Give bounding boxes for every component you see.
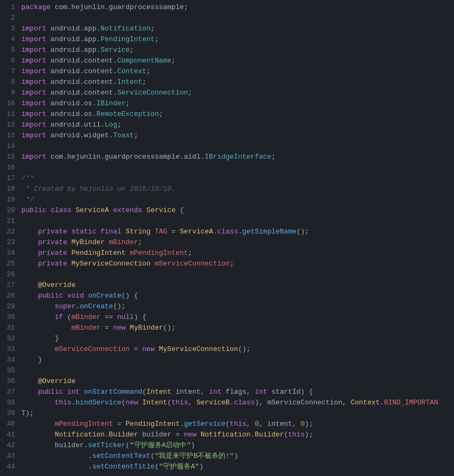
- line-content: private PendingIntent mPendingIntent;: [21, 248, 454, 259]
- line-content: .setContentTitle("守护服务A"): [21, 462, 454, 472]
- line-number: 11: [0, 109, 21, 120]
- line-number: 32: [0, 333, 21, 344]
- line-number: 29: [0, 301, 21, 312]
- line-content: * Created by hejunlin on 2016/10/10.: [21, 184, 454, 194]
- code-line: 25 private MyServiceConnection mServiceC…: [0, 259, 454, 269]
- line-content: import android.content.ComponentName;: [21, 56, 454, 66]
- line-number: 22: [0, 227, 21, 237]
- line-number: 15: [0, 152, 21, 162]
- line-content: private MyBinder mBinder;: [21, 237, 454, 248]
- line-content: public class ServiceA extends Service {: [21, 205, 454, 216]
- line-content: [21, 269, 454, 280]
- line-number: 1: [0, 2, 21, 13]
- line-number: 5: [0, 45, 21, 56]
- code-line: 15import com.hejunlin.guardprocesssample…: [0, 152, 454, 162]
- line-number: 8: [0, 77, 21, 88]
- line-number: 13: [0, 130, 21, 141]
- line-number: 19: [0, 194, 21, 205]
- code-line: 40 mPendingIntent = PendingIntent.getSer…: [0, 419, 454, 430]
- code-line: 17/**: [0, 173, 454, 184]
- line-content: import android.content.Context;: [21, 66, 454, 77]
- line-number: 3: [0, 24, 21, 34]
- code-line: 29 super.onCreate();: [0, 301, 454, 312]
- line-content: import android.widget.Toast;: [21, 130, 454, 141]
- code-line: 7import android.content.Context;: [0, 66, 454, 77]
- code-line: 36 @Override: [0, 376, 454, 387]
- line-content: /**: [21, 173, 454, 184]
- line-content: import android.content.Intent;: [21, 77, 454, 88]
- line-content: [21, 13, 454, 24]
- line-content: }: [21, 333, 454, 344]
- code-line: 10import android.os.IBinder;: [0, 98, 454, 109]
- code-line: 30 if (mBinder == null) {: [0, 312, 454, 323]
- code-line: 8import android.content.Intent;: [0, 77, 454, 88]
- line-content: [21, 162, 454, 173]
- code-line: 4import android.app.PendingIntent;: [0, 34, 454, 45]
- line-number: 38: [0, 397, 21, 408]
- code-line: 24 private PendingIntent mPendingIntent;: [0, 248, 454, 259]
- line-number: 33: [0, 344, 21, 355]
- line-content: }: [21, 355, 454, 365]
- code-line: 42 builder.setTicker("守护服务A启动中"): [0, 440, 454, 451]
- line-number: 12: [0, 120, 21, 130]
- code-line: 19 */: [0, 194, 454, 205]
- code-line: 6import android.content.ComponentName;: [0, 56, 454, 66]
- line-content: public int onStartCommand(Intent intent,…: [21, 387, 454, 397]
- line-number: 40: [0, 419, 21, 430]
- line-number: 26: [0, 269, 21, 280]
- code-line: 13import android.widget.Toast;: [0, 130, 454, 141]
- line-content: builder.setTicker("守护服务A启动中"): [21, 440, 454, 451]
- line-number: 18: [0, 184, 21, 194]
- line-content: private MyServiceConnection mServiceConn…: [21, 259, 454, 269]
- code-line: 14: [0, 141, 454, 152]
- code-line: 31 mBinder = new MyBinder();: [0, 323, 454, 333]
- line-content: import android.app.Notification;: [21, 24, 454, 34]
- code-line: 33 mServiceConnection = new MyServiceCon…: [0, 344, 454, 355]
- line-number: 21: [0, 216, 21, 227]
- code-line: 26: [0, 269, 454, 280]
- line-number: 36: [0, 376, 21, 387]
- line-content: this.bindService(new Intent(this, Servic…: [21, 397, 454, 408]
- line-number: 17: [0, 173, 21, 184]
- line-content: import android.os.IBinder;: [21, 98, 454, 109]
- line-content: [21, 216, 454, 227]
- line-content: mServiceConnection = new MyServiceConnec…: [21, 344, 454, 355]
- code-line: 12import android.util.Log;: [0, 120, 454, 130]
- line-number: 27: [0, 280, 21, 291]
- line-number: 24: [0, 248, 21, 259]
- code-line: 23 private MyBinder mBinder;: [0, 237, 454, 248]
- line-number: 39: [0, 408, 21, 419]
- code-line: 43 .setContentText("我是来守护B不被杀的!"): [0, 451, 454, 462]
- line-content: public void onCreate() {: [21, 291, 454, 301]
- line-content: @Override: [21, 280, 454, 291]
- code-line: 41 Notification.Builder builder = new No…: [0, 430, 454, 440]
- line-content: import com.hejunlin.guardprocesssample.a…: [21, 152, 454, 162]
- line-content: [21, 365, 454, 376]
- line-content: private static final String TAG = Servic…: [21, 227, 454, 237]
- line-number: 6: [0, 56, 21, 66]
- line-content: mPendingIntent = PendingIntent.getServic…: [21, 419, 454, 430]
- line-number: 10: [0, 98, 21, 109]
- code-editor: 1package com.hejunlin.guardprocesssample…: [0, 0, 454, 474]
- line-content: if (mBinder == null) {: [21, 312, 454, 323]
- code-line: 27 @Override: [0, 280, 454, 291]
- code-line: 28 public void onCreate() {: [0, 291, 454, 301]
- line-number: 14: [0, 141, 21, 152]
- line-content: import android.app.Service;: [21, 45, 454, 56]
- code-line: 22 private static final String TAG = Ser…: [0, 227, 454, 237]
- line-number: 9: [0, 88, 21, 98]
- code-line: 2: [0, 13, 454, 24]
- line-number: 34: [0, 355, 21, 365]
- code-line: 16: [0, 162, 454, 173]
- code-line: 35: [0, 365, 454, 376]
- line-number: 4: [0, 34, 21, 45]
- code-line: 39T);: [0, 408, 454, 419]
- line-content: import android.app.PendingIntent;: [21, 34, 454, 45]
- line-number: 2: [0, 13, 21, 24]
- line-content: T);: [21, 408, 454, 419]
- line-content: */: [21, 194, 454, 205]
- line-content: @Override: [21, 376, 454, 387]
- line-number: 43: [0, 451, 21, 462]
- code-line: 1package com.hejunlin.guardprocesssample…: [0, 2, 454, 13]
- code-line: 32 }: [0, 333, 454, 344]
